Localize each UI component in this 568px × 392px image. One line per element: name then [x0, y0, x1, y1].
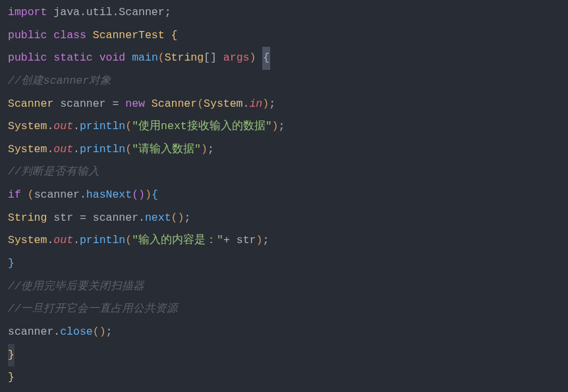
paren-open: ( — [93, 321, 99, 344]
paren-open: ( — [28, 184, 34, 207]
dot: . — [73, 138, 80, 161]
code-line: //一旦打开它会一直占用公共资源 — [0, 298, 568, 321]
class-system: System — [8, 115, 47, 138]
brackets: [] — [204, 47, 217, 70]
string-literal: "输入的内容是：" — [132, 229, 223, 252]
keyword-void: void — [99, 47, 126, 70]
code-line: String str = scanner.next(); — [0, 207, 568, 230]
paren-open: ( — [125, 115, 132, 138]
class-name: ScannerTest — [93, 24, 165, 47]
equals: = — [80, 207, 86, 230]
semicolon: ; — [262, 229, 269, 252]
brace-open: { — [152, 184, 158, 207]
semicolon: ; — [184, 207, 190, 230]
method-println: println — [80, 138, 125, 161]
paren-close: ) — [99, 321, 106, 344]
keyword-import: import — [8, 1, 47, 24]
paren-open: ( — [132, 184, 138, 207]
type-scanner: Scanner — [8, 93, 53, 116]
dot: . — [80, 184, 86, 207]
dot: . — [73, 115, 80, 138]
var-scanner: scanner — [53, 93, 112, 116]
code-line: public class ScannerTest { — [0, 24, 568, 47]
field-out: out — [53, 138, 73, 161]
comment: //使用完毕后要关闭扫描器 — [8, 275, 144, 298]
method-main: main — [132, 47, 158, 70]
dot: . — [47, 115, 53, 138]
brace-close-highlighted: } — [8, 344, 14, 367]
plus: + — [223, 229, 230, 252]
paren-close: ) — [138, 184, 145, 207]
class-system: System — [8, 229, 47, 252]
comment: //判断是否有输入 — [8, 161, 99, 184]
semicolon: ; — [106, 321, 113, 344]
code-line: //创建scanner对象 — [0, 70, 568, 93]
semicolon: ; — [279, 115, 285, 138]
dot: . — [73, 229, 80, 252]
class-system: System — [204, 93, 242, 116]
dot: . — [138, 207, 145, 230]
paren-close: ) — [201, 138, 208, 161]
code-line: } — [0, 252, 568, 275]
code-line: } — [0, 366, 568, 389]
constructor-scanner: Scanner — [152, 93, 197, 116]
method-next: next — [145, 207, 171, 230]
dot: . — [53, 321, 60, 344]
param-args: args — [217, 47, 250, 70]
semicolon: ; — [165, 1, 171, 24]
semicolon: ; — [208, 138, 214, 161]
paren-close: ) — [249, 47, 256, 70]
code-line: if (scanner.hasNext()){ — [0, 184, 568, 207]
keyword-static: static — [53, 47, 92, 70]
brace-close: } — [8, 252, 14, 275]
code-line: scanner.close(); — [0, 321, 568, 344]
var-scanner: scanner — [93, 207, 138, 230]
var-str: str — [47, 207, 80, 230]
var-scanner: scanner — [34, 184, 80, 207]
code-line: System.out.println("请输入数据"); — [0, 138, 568, 161]
class-system: System — [8, 138, 47, 161]
paren-open: ( — [125, 138, 132, 161]
string-literal: "请输入数据" — [132, 138, 201, 161]
paren-close: ) — [177, 207, 184, 230]
method-close: close — [60, 321, 93, 344]
keyword-class: class — [53, 24, 86, 47]
code-editor[interactable]: import java.util.Scanner; public class S… — [0, 1, 568, 389]
keyword-public: public — [8, 24, 47, 47]
keyword-new: new — [119, 93, 152, 116]
code-line: //判断是否有输入 — [0, 161, 568, 184]
field-out: out — [53, 115, 73, 138]
var-str: str — [230, 229, 256, 252]
field-out: out — [53, 229, 73, 252]
dot: . — [243, 93, 250, 116]
type-string: String — [165, 47, 204, 70]
paren-close: ) — [262, 93, 269, 116]
field-in: in — [249, 93, 262, 116]
paren-open: ( — [171, 207, 178, 230]
semicolon: ; — [269, 93, 275, 116]
code-line: //使用完毕后要关闭扫描器 — [0, 275, 568, 298]
type-string: String — [8, 207, 47, 230]
package-path: java.util.Scanner — [47, 1, 164, 24]
paren-open: ( — [158, 47, 165, 70]
method-println: println — [80, 115, 125, 138]
code-line: Scanner scanner = new Scanner(System.in)… — [0, 93, 568, 116]
code-line: System.out.println("使用next接收输入的数据"); — [0, 115, 568, 138]
brace-open-highlighted: { — [262, 47, 270, 70]
var-scanner: scanner — [8, 321, 53, 344]
brace-close: } — [8, 366, 14, 389]
equals: = — [112, 93, 119, 116]
keyword-if: if — [8, 184, 21, 207]
method-hasnext: hasNext — [86, 184, 132, 207]
method-println: println — [80, 229, 125, 252]
paren-close: ) — [145, 184, 152, 207]
comment: //创建scanner对象 — [8, 70, 111, 93]
code-line: public static void main(String[] args) { — [0, 47, 568, 70]
paren-open: ( — [125, 229, 132, 252]
keyword-public: public — [8, 47, 47, 70]
dot: . — [47, 229, 53, 252]
comment: //一旦打开它会一直占用公共资源 — [8, 298, 178, 321]
paren-close: ) — [272, 115, 279, 138]
paren-open: ( — [197, 93, 204, 116]
code-line: System.out.println("输入的内容是："+ str); — [0, 229, 568, 252]
